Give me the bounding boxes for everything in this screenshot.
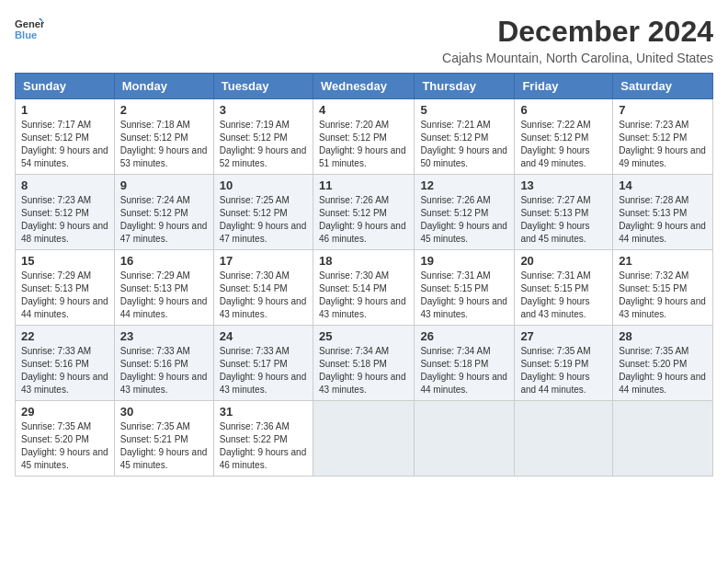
day-info: Sunrise: 7:24 AM Sunset: 5:12 PM Dayligh… bbox=[120, 194, 208, 246]
day-info: Sunrise: 7:25 AM Sunset: 5:12 PM Dayligh… bbox=[220, 194, 307, 246]
table-row: 22 Sunrise: 7:33 AM Sunset: 5:16 PM Dayl… bbox=[16, 326, 115, 401]
table-row: 21 Sunrise: 7:32 AM Sunset: 5:15 PM Dayl… bbox=[613, 250, 713, 326]
day-number: 12 bbox=[420, 178, 508, 192]
table-row: 3 Sunrise: 7:19 AM Sunset: 5:12 PM Dayli… bbox=[213, 99, 313, 175]
table-row bbox=[415, 401, 515, 477]
day-info: Sunrise: 7:31 AM Sunset: 5:15 PM Dayligh… bbox=[420, 270, 508, 321]
calendar-week-1: 1 Sunrise: 7:17 AM Sunset: 5:12 PM Dayli… bbox=[16, 99, 713, 175]
calendar-week-5: 29 Sunrise: 7:35 AM Sunset: 5:20 PM Dayl… bbox=[16, 401, 713, 477]
table-row: 11 Sunrise: 7:26 AM Sunset: 5:12 PM Dayl… bbox=[313, 175, 414, 250]
day-number: 1 bbox=[21, 103, 108, 117]
day-number: 4 bbox=[319, 103, 408, 117]
day-info: Sunrise: 7:31 AM Sunset: 5:15 PM Dayligh… bbox=[520, 270, 607, 321]
table-row: 17 Sunrise: 7:30 AM Sunset: 5:14 PM Dayl… bbox=[213, 250, 313, 326]
header-sunday: Sunday bbox=[16, 74, 115, 99]
month-title: December 2024 bbox=[442, 15, 713, 49]
table-row: 20 Sunrise: 7:31 AM Sunset: 5:15 PM Dayl… bbox=[515, 250, 613, 326]
day-info: Sunrise: 7:29 AM Sunset: 5:13 PM Dayligh… bbox=[21, 270, 108, 321]
table-row: 6 Sunrise: 7:22 AM Sunset: 5:12 PM Dayli… bbox=[515, 99, 613, 175]
header-wednesday: Wednesday bbox=[313, 74, 414, 99]
day-info: Sunrise: 7:28 AM Sunset: 5:13 PM Dayligh… bbox=[619, 194, 707, 246]
location: Cajahs Mountain, North Carolina, United … bbox=[442, 51, 713, 65]
header-monday: Monday bbox=[114, 74, 213, 99]
day-number: 29 bbox=[21, 405, 108, 419]
table-row: 31 Sunrise: 7:36 AM Sunset: 5:22 PM Dayl… bbox=[213, 401, 313, 477]
title-section: December 2024 Cajahs Mountain, North Car… bbox=[442, 15, 713, 65]
day-info: Sunrise: 7:33 AM Sunset: 5:17 PM Dayligh… bbox=[220, 345, 307, 396]
day-info: Sunrise: 7:30 AM Sunset: 5:14 PM Dayligh… bbox=[319, 270, 408, 321]
day-number: 11 bbox=[319, 178, 408, 192]
day-number: 10 bbox=[220, 178, 307, 192]
day-info: Sunrise: 7:35 AM Sunset: 5:19 PM Dayligh… bbox=[520, 345, 607, 396]
day-info: Sunrise: 7:26 AM Sunset: 5:12 PM Dayligh… bbox=[319, 194, 408, 246]
day-info: Sunrise: 7:30 AM Sunset: 5:14 PM Dayligh… bbox=[220, 270, 307, 321]
day-number: 22 bbox=[21, 329, 108, 343]
day-number: 13 bbox=[520, 178, 607, 192]
table-row bbox=[313, 401, 414, 477]
table-row: 2 Sunrise: 7:18 AM Sunset: 5:12 PM Dayli… bbox=[114, 99, 213, 175]
table-row: 23 Sunrise: 7:33 AM Sunset: 5:16 PM Dayl… bbox=[114, 326, 213, 401]
day-number: 19 bbox=[420, 254, 508, 268]
table-row bbox=[515, 401, 613, 477]
table-row: 5 Sunrise: 7:21 AM Sunset: 5:12 PM Dayli… bbox=[415, 99, 515, 175]
page-header: General Blue December 2024 Cajahs Mounta… bbox=[15, 15, 713, 65]
table-row: 13 Sunrise: 7:27 AM Sunset: 5:13 PM Dayl… bbox=[515, 175, 613, 250]
day-number: 9 bbox=[120, 178, 208, 192]
table-row: 28 Sunrise: 7:35 AM Sunset: 5:20 PM Dayl… bbox=[613, 326, 713, 401]
table-row: 25 Sunrise: 7:34 AM Sunset: 5:18 PM Dayl… bbox=[313, 326, 414, 401]
table-row bbox=[613, 401, 713, 477]
day-info: Sunrise: 7:32 AM Sunset: 5:15 PM Dayligh… bbox=[619, 270, 707, 321]
day-number: 24 bbox=[220, 329, 307, 343]
table-row: 19 Sunrise: 7:31 AM Sunset: 5:15 PM Dayl… bbox=[415, 250, 515, 326]
table-row: 12 Sunrise: 7:26 AM Sunset: 5:12 PM Dayl… bbox=[415, 175, 515, 250]
table-row: 4 Sunrise: 7:20 AM Sunset: 5:12 PM Dayli… bbox=[313, 99, 414, 175]
day-info: Sunrise: 7:34 AM Sunset: 5:18 PM Dayligh… bbox=[319, 345, 408, 396]
day-info: Sunrise: 7:27 AM Sunset: 5:13 PM Dayligh… bbox=[520, 194, 607, 246]
day-number: 6 bbox=[520, 103, 607, 117]
day-number: 26 bbox=[420, 329, 508, 343]
table-row: 27 Sunrise: 7:35 AM Sunset: 5:19 PM Dayl… bbox=[515, 326, 613, 401]
table-row: 30 Sunrise: 7:35 AM Sunset: 5:21 PM Dayl… bbox=[114, 401, 213, 477]
day-info: Sunrise: 7:22 AM Sunset: 5:12 PM Dayligh… bbox=[520, 119, 607, 170]
day-number: 14 bbox=[619, 178, 707, 192]
table-row: 7 Sunrise: 7:23 AM Sunset: 5:12 PM Dayli… bbox=[613, 99, 713, 175]
header-thursday: Thursday bbox=[415, 74, 515, 99]
table-row: 10 Sunrise: 7:25 AM Sunset: 5:12 PM Dayl… bbox=[213, 175, 313, 250]
calendar-week-4: 22 Sunrise: 7:33 AM Sunset: 5:16 PM Dayl… bbox=[16, 326, 713, 401]
table-row: 24 Sunrise: 7:33 AM Sunset: 5:17 PM Dayl… bbox=[213, 326, 313, 401]
day-info: Sunrise: 7:26 AM Sunset: 5:12 PM Dayligh… bbox=[420, 194, 508, 246]
day-number: 21 bbox=[619, 254, 707, 268]
day-number: 8 bbox=[21, 178, 108, 192]
table-row: 15 Sunrise: 7:29 AM Sunset: 5:13 PM Dayl… bbox=[16, 250, 115, 326]
day-number: 30 bbox=[120, 405, 208, 419]
day-info: Sunrise: 7:35 AM Sunset: 5:20 PM Dayligh… bbox=[21, 420, 108, 472]
header-saturday: Saturday bbox=[613, 74, 713, 99]
day-info: Sunrise: 7:36 AM Sunset: 5:22 PM Dayligh… bbox=[220, 420, 307, 472]
day-number: 20 bbox=[520, 254, 607, 268]
day-number: 17 bbox=[220, 254, 307, 268]
day-info: Sunrise: 7:29 AM Sunset: 5:13 PM Dayligh… bbox=[120, 270, 208, 321]
table-row: 18 Sunrise: 7:30 AM Sunset: 5:14 PM Dayl… bbox=[313, 250, 414, 326]
day-number: 25 bbox=[319, 329, 408, 343]
day-info: Sunrise: 7:19 AM Sunset: 5:12 PM Dayligh… bbox=[220, 119, 307, 170]
calendar-week-3: 15 Sunrise: 7:29 AM Sunset: 5:13 PM Dayl… bbox=[16, 250, 713, 326]
calendar-table: Sunday Monday Tuesday Wednesday Thursday… bbox=[15, 73, 713, 477]
day-number: 31 bbox=[220, 405, 307, 419]
header-tuesday: Tuesday bbox=[213, 74, 313, 99]
day-info: Sunrise: 7:18 AM Sunset: 5:12 PM Dayligh… bbox=[120, 119, 208, 170]
table-row: 26 Sunrise: 7:34 AM Sunset: 5:18 PM Dayl… bbox=[415, 326, 515, 401]
table-row: 29 Sunrise: 7:35 AM Sunset: 5:20 PM Dayl… bbox=[16, 401, 115, 477]
logo: General Blue bbox=[15, 15, 44, 44]
day-number: 16 bbox=[120, 254, 208, 268]
header-friday: Friday bbox=[515, 74, 613, 99]
day-info: Sunrise: 7:17 AM Sunset: 5:12 PM Dayligh… bbox=[21, 119, 108, 170]
day-number: 15 bbox=[21, 254, 108, 268]
table-row: 9 Sunrise: 7:24 AM Sunset: 5:12 PM Dayli… bbox=[114, 175, 213, 250]
day-info: Sunrise: 7:23 AM Sunset: 5:12 PM Dayligh… bbox=[619, 119, 707, 170]
svg-text:General: General bbox=[15, 18, 44, 29]
day-info: Sunrise: 7:35 AM Sunset: 5:20 PM Dayligh… bbox=[619, 345, 707, 396]
svg-text:Blue: Blue bbox=[15, 29, 37, 40]
day-info: Sunrise: 7:23 AM Sunset: 5:12 PM Dayligh… bbox=[21, 194, 108, 246]
day-number: 28 bbox=[619, 329, 707, 343]
table-row: 8 Sunrise: 7:23 AM Sunset: 5:12 PM Dayli… bbox=[16, 175, 115, 250]
